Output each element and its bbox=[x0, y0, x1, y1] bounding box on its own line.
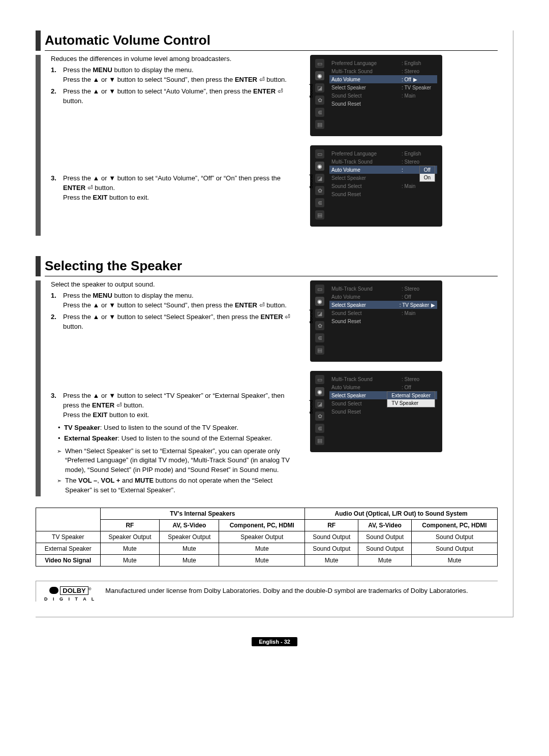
dolby-text: Manufactured under license from Dolby La… bbox=[105, 586, 468, 595]
section-intro: Reduces the differences in volume level … bbox=[51, 55, 300, 62]
table-rowhead: Video No Signal bbox=[36, 554, 101, 566]
section-header: Selecting the Speaker bbox=[36, 256, 498, 276]
osd-screenshot: Sound▭◉◪✿⋐▤Preferred Language: EnglishMu… bbox=[310, 55, 442, 136]
osd-sidebar-icon: ◉ bbox=[315, 387, 324, 396]
osd-menu-row: Preferred Language: English bbox=[329, 149, 437, 158]
osd-sidebar-icon: ◪ bbox=[315, 399, 324, 408]
bullet-item: TV Speaker: Used to listen to the sound … bbox=[58, 423, 300, 433]
osd-sidebar-icon: ▤ bbox=[315, 436, 324, 445]
osd-sidebar-icon: ◉ bbox=[315, 162, 324, 171]
table-cell: Mute bbox=[358, 554, 412, 566]
steps-list: 1.Press the MENU button to display the m… bbox=[51, 66, 300, 203]
step-item: 3.Press the ▲ or ▼ button to set “Auto V… bbox=[51, 174, 300, 203]
osd-dropdown-item: External Speaker bbox=[387, 392, 435, 399]
table-row: Video No SignalMuteMuteMuteMuteMuteMute bbox=[36, 554, 498, 566]
osd-menu-row: Sound Reset bbox=[329, 317, 437, 325]
bullet-item: External Speaker: Used to listen to the … bbox=[58, 434, 300, 444]
table-rowhead: External Speaker bbox=[36, 543, 101, 554]
steps-list: 1.Press the MENU button to display the m… bbox=[51, 291, 300, 420]
table-cell: Sound Output bbox=[358, 543, 412, 554]
osd-sidebar-icon: ▤ bbox=[315, 120, 324, 129]
osd-sidebar-icon: ⋐ bbox=[315, 424, 324, 433]
osd-sidebar-icon: ▭ bbox=[315, 149, 324, 159]
section-header: Automatic Volume Control bbox=[36, 30, 498, 51]
table-cell: Mute bbox=[100, 554, 160, 566]
osd-screenshot: Sound▭◉◪✿⋐▤Multi-Track Sound: StereoAuto… bbox=[310, 371, 442, 452]
osd-menu-row: Multi-Track Sound: Stereo bbox=[329, 67, 437, 75]
osd-menu-row: Select Speaker: TV Speaker bbox=[329, 83, 437, 91]
left-accent-bar bbox=[36, 280, 41, 496]
osd-menu-row: Sound Reset bbox=[329, 100, 437, 108]
osd-sidebar-icon: ▭ bbox=[315, 375, 324, 384]
osd-sidebar-icon: ◪ bbox=[315, 174, 324, 183]
osd-menu-row: Multi-Track Sound: Stereo bbox=[329, 158, 437, 166]
table-cell: Mute bbox=[160, 543, 219, 554]
table-subheader: AV, S-Video bbox=[358, 519, 412, 531]
osd-screenshot: Sound▭◉◪✿⋐▤Multi-Track Sound: StereoAuto… bbox=[310, 280, 442, 362]
table-cell: Sound Output bbox=[305, 531, 358, 543]
table-cell: Sound Output bbox=[305, 543, 358, 554]
table-rowhead: TV Speaker bbox=[36, 531, 101, 543]
osd-sidebar-icon: ◪ bbox=[315, 309, 324, 318]
table-cell: Speaker Output bbox=[219, 531, 305, 543]
table-cell: Mute bbox=[305, 554, 358, 566]
osd-menu-row: Multi-Track Sound: Stereo bbox=[329, 375, 437, 383]
osd-dropdown-item: On bbox=[420, 174, 435, 181]
table-cell: Mute bbox=[219, 543, 305, 554]
osd-dropdown: External SpeakerTV Speaker bbox=[387, 391, 435, 407]
osd-dropdown-item: Off bbox=[420, 166, 435, 174]
page-footer: English - 32 bbox=[36, 638, 513, 645]
osd-menu-row: Preferred Language: English bbox=[329, 59, 437, 67]
table-cell: Mute bbox=[100, 543, 160, 554]
osd-sidebar-icon: ✿ bbox=[315, 321, 324, 330]
notes-list: When “Select Speaker” is set to “Externa… bbox=[58, 447, 300, 495]
left-accent-bar bbox=[36, 55, 41, 236]
header-accent-bar bbox=[36, 256, 41, 276]
table-cell: Sound Output bbox=[411, 531, 497, 543]
osd-screenshot: Sound▭◉◪✿⋐▤Preferred Language: EnglishMu… bbox=[310, 145, 442, 227]
table-subheader: Component, PC, HDMI bbox=[219, 519, 305, 531]
osd-menu-row: Sound Reset bbox=[329, 407, 437, 416]
osd-sidebar-icon: ▭ bbox=[315, 59, 324, 68]
page-number: English - 32 bbox=[252, 637, 297, 646]
osd-sidebar-icon: ✿ bbox=[315, 412, 324, 421]
osd-sidebar-icon: ▭ bbox=[315, 285, 324, 294]
section-intro: Select the speaker to output sound. bbox=[51, 280, 300, 288]
step-item: 1.Press the MENU button to display the m… bbox=[51, 291, 300, 310]
note-item: When “Select Speaker” is set to “Externa… bbox=[58, 447, 300, 476]
osd-dropdown: OffOn bbox=[419, 166, 435, 182]
table-cell: Sound Output bbox=[411, 543, 497, 554]
table-cell: Mute bbox=[219, 554, 305, 566]
note-item: The VOL –, VOL + and MUTE buttons do not… bbox=[58, 476, 300, 495]
osd-sidebar-icon: ▤ bbox=[315, 210, 324, 219]
speaker-output-table: TV's Internal Speakers Audio Out (Optica… bbox=[36, 508, 498, 566]
step-item: 2.Press the ▲ or ▼ button to select “Sel… bbox=[51, 312, 300, 332]
osd-menu-row: Auto Volume: Off bbox=[329, 383, 437, 391]
osd-menu-row: Sound Reset bbox=[329, 190, 437, 198]
table-subheader: RF bbox=[305, 519, 358, 531]
osd-sidebar-icon: ⋐ bbox=[315, 198, 324, 207]
table-group-header: TV's Internal Speakers bbox=[100, 508, 305, 519]
osd-sidebar-icon: ▤ bbox=[315, 345, 324, 355]
table-row: TV SpeakerSpeaker OutputSpeaker OutputSp… bbox=[36, 531, 498, 543]
osd-menu-row: Select Speaker: TV Speaker▶ bbox=[329, 301, 437, 309]
header-accent-bar bbox=[36, 30, 41, 51]
step-item: 2.Press the ▲ or ▼ button to select “Aut… bbox=[51, 87, 300, 106]
table-cell: Mute bbox=[411, 554, 497, 566]
osd-sidebar-icon: ⋐ bbox=[315, 333, 324, 342]
table-subheader: RF bbox=[100, 519, 160, 531]
osd-sidebar-icon: ◉ bbox=[315, 71, 324, 80]
osd-sidebar-icon: ✿ bbox=[315, 96, 324, 105]
osd-sidebar-icon: ◪ bbox=[315, 83, 324, 92]
dolby-logo: DOLBY® D I G I T A L bbox=[44, 586, 96, 602]
step-item: 1.Press the MENU button to display the m… bbox=[51, 66, 300, 85]
osd-menu-row: Auto Volume: Off bbox=[329, 293, 437, 301]
osd-menu-row: Sound Select: Main bbox=[329, 91, 437, 100]
table-cell: Speaker Output bbox=[100, 531, 160, 543]
table-row: External SpeakerMuteMuteMuteSound Output… bbox=[36, 543, 498, 554]
table-cell: Speaker Output bbox=[160, 531, 219, 543]
table-cell: Mute bbox=[160, 554, 219, 566]
bullet-list: TV Speaker: Used to listen to the sound … bbox=[58, 423, 300, 444]
table-cell: Sound Output bbox=[358, 531, 412, 543]
osd-menu-row: Multi-Track Sound: Stereo bbox=[329, 285, 437, 293]
